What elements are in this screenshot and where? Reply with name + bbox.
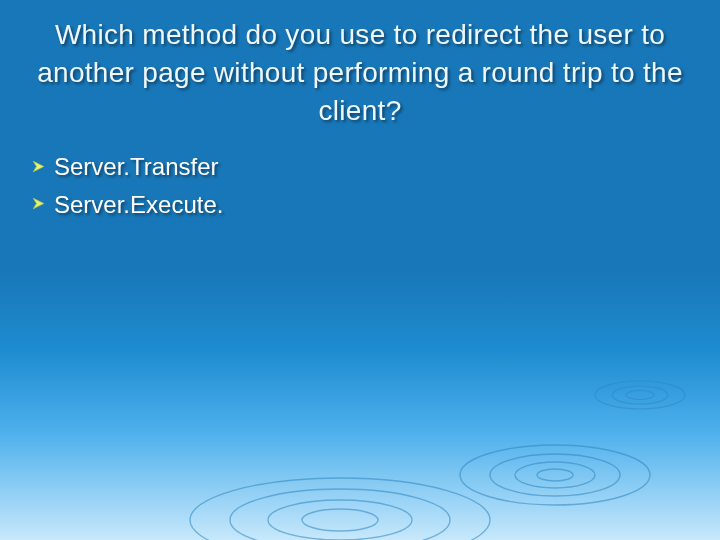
list-item: Server.Transfer [30,151,690,182]
list-item-text: Server.Transfer [54,151,219,182]
svg-point-6 [515,462,595,488]
slide: Which method do you use to redirect the … [0,0,720,540]
svg-point-0 [190,478,490,540]
slide-title: Which method do you use to redirect the … [0,0,720,129]
svg-point-10 [626,391,654,400]
svg-point-4 [460,445,650,505]
list-item: Server.Execute. [30,189,690,220]
slide-body: Server.Transfer Server.Execute. [0,129,720,219]
chevron-right-icon [30,191,46,217]
svg-point-5 [490,454,620,496]
svg-point-9 [612,386,668,404]
svg-point-7 [537,469,573,481]
list-item-text: Server.Execute. [54,189,223,220]
svg-point-1 [230,489,450,540]
svg-point-2 [268,500,412,540]
svg-point-8 [595,381,685,409]
svg-point-3 [302,509,378,531]
chevron-right-icon [30,153,46,179]
